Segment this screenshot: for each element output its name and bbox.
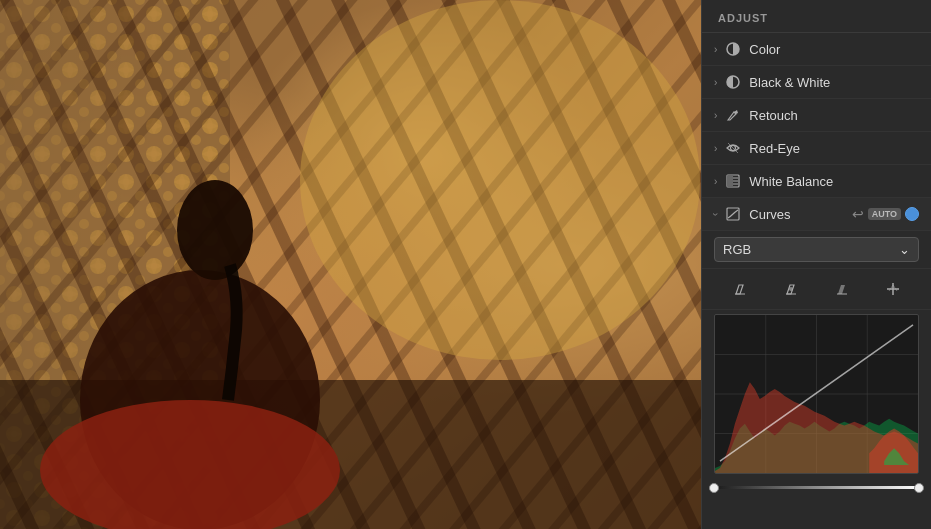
panel-title: ADJUST <box>702 0 931 33</box>
auto-badge[interactable]: AUTO <box>868 208 901 220</box>
input-range-slider[interactable] <box>714 486 919 489</box>
slider-right-handle[interactable] <box>914 483 924 493</box>
curves-icon <box>725 206 741 222</box>
color-label: Color <box>749 42 919 57</box>
undo-icon[interactable]: ↩ <box>852 206 864 222</box>
retouch-label: Retouch <box>749 108 919 123</box>
chevron-icon: › <box>714 143 717 154</box>
adjust-items-list: › Color › Black & White › <box>702 33 931 529</box>
curves-chevron-icon: › <box>710 212 721 215</box>
add-point-btn[interactable] <box>878 275 908 303</box>
curves-expanded-section: RGB Red Green Blue ⌄ <box>702 237 931 497</box>
chevron-icon: › <box>714 176 717 187</box>
channel-selector[interactable]: RGB Red Green Blue ⌄ <box>714 237 919 262</box>
curves-controls: ↩ AUTO <box>852 206 919 222</box>
white-balance-label: White Balance <box>749 174 919 189</box>
photo-area <box>0 0 701 529</box>
eyedropper-shadows-btn[interactable] <box>725 275 755 303</box>
chevron-icon: › <box>714 44 717 55</box>
svg-point-31 <box>789 287 793 291</box>
svg-point-18 <box>177 180 253 280</box>
curves-active-indicator <box>905 207 919 221</box>
eyedropper-midtones-btn[interactable] <box>776 275 806 303</box>
red-eye-icon <box>725 140 741 156</box>
adjust-item-black-white[interactable]: › Black & White <box>702 66 931 99</box>
chevron-icon: › <box>714 110 717 121</box>
eyedropper-toolbar <box>702 268 931 310</box>
channel-select[interactable]: RGB Red Green Blue <box>723 242 899 257</box>
slider-left-handle[interactable] <box>709 483 719 493</box>
svg-rect-32 <box>786 293 796 295</box>
right-panel: ADJUST › Color › Black & White <box>701 0 931 529</box>
curves-bottom-bar <box>702 482 931 497</box>
white-balance-icon <box>725 173 741 189</box>
red-eye-label: Red-Eye <box>749 141 919 156</box>
curves-histogram-graph[interactable] <box>714 314 919 474</box>
eyedropper-highlights-btn[interactable] <box>827 275 857 303</box>
black-white-icon <box>725 74 741 90</box>
curves-label: Curves <box>749 207 851 222</box>
adjust-item-color[interactable]: › Color <box>702 33 931 66</box>
black-white-label: Black & White <box>749 75 919 90</box>
adjust-item-red-eye[interactable]: › Red-Eye <box>702 132 931 165</box>
adjust-item-white-balance[interactable]: › White Balance <box>702 165 931 198</box>
chevron-icon: › <box>714 77 717 88</box>
svg-rect-33 <box>837 293 847 295</box>
color-icon <box>725 41 741 57</box>
adjust-item-curves[interactable]: › Curves ↩ AUTO <box>702 198 931 231</box>
svg-rect-25 <box>727 175 733 187</box>
selector-arrow-icon: ⌄ <box>899 242 910 257</box>
svg-rect-30 <box>735 293 745 295</box>
shadow-overlay <box>0 0 701 529</box>
svg-point-15 <box>300 0 700 360</box>
adjust-item-retouch[interactable]: › Retouch <box>702 99 931 132</box>
histogram-svg <box>715 315 918 473</box>
retouch-icon <box>725 107 741 123</box>
